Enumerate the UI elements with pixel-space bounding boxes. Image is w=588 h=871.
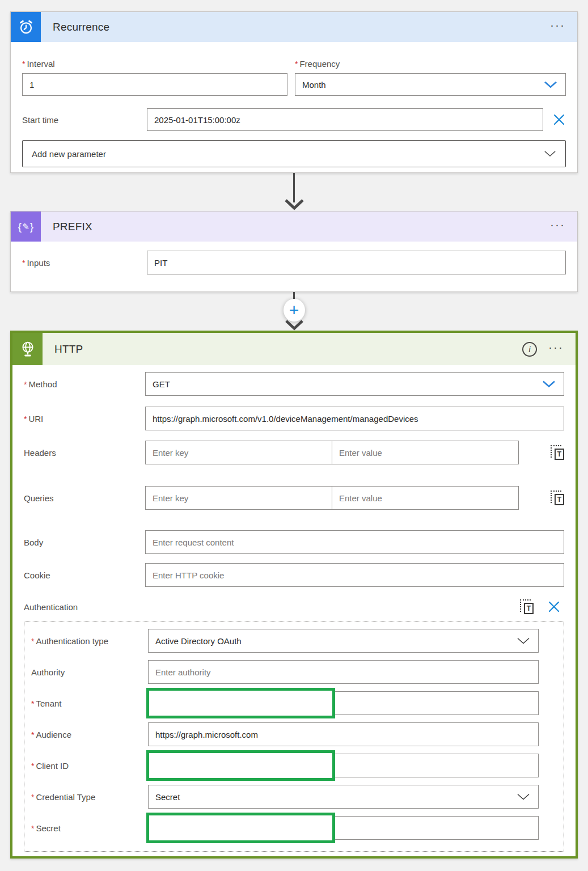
cookie-input[interactable] [145,563,564,587]
recurrence-card: Recurrence ··· *Interval *Frequency Mont… [10,11,578,173]
method-value: GET [153,379,170,389]
chevron-down-icon [517,793,530,801]
authentication-clear-icon[interactable] [547,600,561,614]
authority-input[interactable] [148,660,539,684]
http-more-options-icon[interactable]: ··· [548,344,564,354]
interval-label: *Interval [22,59,287,69]
authentication-type-label: *Authentication type [31,636,148,646]
start-time-input[interactable] [147,108,543,131]
secret-redaction-highlight [146,813,335,843]
flow-connector [0,173,588,211]
authentication-type-dropdown[interactable]: Active Directory OAuth [148,629,539,653]
prefix-title: PREFIX [53,221,92,233]
audience-input[interactable] [148,722,539,746]
queries-text-mode-icon[interactable]: T [551,491,564,505]
frequency-label: *Frequency [295,59,566,69]
chevron-down-icon [542,380,556,388]
prefix-card: {✎} PREFIX ··· *Inputs [10,211,578,292]
authority-label: Authority [31,667,148,677]
body-input[interactable] [145,530,564,554]
client-id-redaction-highlight [146,750,335,781]
start-time-clear-icon[interactable] [552,113,566,126]
headers-key-input[interactable] [145,441,332,464]
add-new-parameter-dropdown[interactable]: Add new parameter [22,140,566,167]
prefix-more-options-icon[interactable]: ··· [550,222,565,232]
inputs-label: *Inputs [22,258,147,268]
method-label: *Method [24,379,145,389]
http-globe-icon [12,333,43,365]
credential-type-dropdown[interactable]: Secret [148,785,539,809]
insert-step-button[interactable]: + [284,299,305,322]
recurrence-card-header[interactable]: Recurrence ··· [11,12,577,42]
authentication-section: *Authentication type Active Directory OA… [24,621,564,852]
arrow-down-icon [284,199,304,210]
headers-text-mode-icon[interactable]: T [551,445,564,460]
authentication-text-mode-icon[interactable]: T [520,599,534,614]
inputs-input[interactable] [147,251,566,274]
headers-label: Headers [24,448,145,458]
queries-value-input[interactable] [332,486,519,510]
recurrence-icon [11,12,41,42]
client-id-label: *Client ID [31,761,148,771]
queries-label: Queries [24,493,145,503]
chevron-down-icon [544,81,557,88]
recurrence-title: Recurrence [53,21,109,33]
cookie-label: Cookie [24,570,145,580]
http-title: HTTP [54,343,83,356]
method-dropdown[interactable]: GET [145,372,564,396]
queries-key-input[interactable] [145,486,332,510]
credential-type-label: *Credential Type [31,792,148,802]
add-new-parameter-label: Add new parameter [32,149,106,159]
info-icon[interactable]: i [522,342,537,357]
frequency-dropdown[interactable]: Month [295,73,566,96]
authentication-type-value: Active Directory OAuth [155,636,242,646]
credential-type-value: Secret [155,792,180,802]
interval-input[interactable] [22,73,287,96]
prefix-card-header[interactable]: {✎} PREFIX ··· [11,212,577,242]
chevron-down-icon [544,150,556,157]
tenant-redaction-highlight [146,688,335,718]
tenant-label: *Tenant [31,699,148,708]
http-card-header[interactable]: HTTP i ··· [12,333,576,365]
flow-connector: + [0,292,588,331]
headers-value-input[interactable] [332,441,519,464]
authentication-label: Authentication [24,602,78,612]
audience-label: *Audience [31,730,148,739]
uri-input[interactable] [145,407,564,430]
uri-label: *URI [24,414,145,424]
plus-icon: + [289,302,299,319]
recurrence-more-options-icon[interactable]: ··· [550,22,565,32]
flow-designer-canvas: Recurrence ··· *Interval *Frequency Mont… [0,0,588,871]
http-card: HTTP i ··· *Method GET *URI [10,331,578,859]
frequency-value: Month [302,80,326,90]
secret-label: *Secret [31,823,148,833]
compose-icon: {✎} [11,212,41,242]
chevron-down-icon [517,637,530,645]
start-time-label: Start time [22,115,147,125]
body-label: Body [24,538,145,547]
